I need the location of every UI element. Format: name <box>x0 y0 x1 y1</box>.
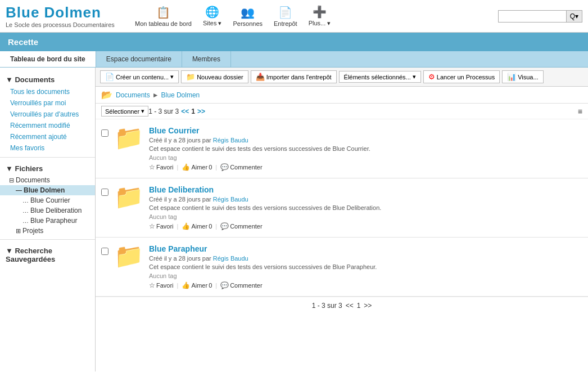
nav-dashboard[interactable]: 📋 Mon tableau de bord <box>135 6 192 27</box>
search-input[interactable] <box>499 11 566 22</box>
doc-actions-1: ☆ Favori | 👍 Aimer 0 | 💬 Commenter <box>149 222 582 230</box>
section-title-bar: Recette <box>0 33 588 51</box>
logo: Blue Dolmen Le Socle des processus Docum… <box>6 4 118 28</box>
sites-icon: 🌐 <box>205 5 219 19</box>
star-icon-2: ☆ <box>149 281 155 289</box>
tree-item-projets[interactable]: ⊞ Projets <box>0 226 95 236</box>
nav-personnes-label: Personnes <box>233 20 263 27</box>
doc-author-0[interactable]: Régis Baudu <box>213 137 248 144</box>
doc-meta-1: Créé il y a 28 jours par Régis Baudu <box>149 196 582 203</box>
lancer-processus-button[interactable]: ⚙ Lancer un Processus <box>423 70 500 83</box>
create-content-button[interactable]: 📄 Créer un contenu... ▾ <box>100 70 179 83</box>
doc-actions-0: ☆ Favori | 👍 Aimer 0 | 💬 Commenter <box>149 163 582 171</box>
doc-details-1: Blue Deliberation Créé il y a 28 jours p… <box>149 185 582 230</box>
nav-icons: 📋 Mon tableau de bord 🌐 Sites ▾ 👥 Person… <box>135 5 498 27</box>
logo-subtitle: Le Socle des processus Documentaires <box>6 21 118 28</box>
doc-details-0: Blue Courrier Créé il y a 28 jours par R… <box>149 126 582 171</box>
sidebar-tree: ⊟ Documents — Blue Dolmen … Blue Courrie… <box>0 175 95 236</box>
tree-item-blue-parapheur[interactable]: … Blue Parapheur <box>0 216 95 226</box>
create-dropdown-icon: ▾ <box>170 73 174 80</box>
list-item: 📁 Blue Deliberation Créé il y a 28 jours… <box>96 178 588 238</box>
tree-item-documents[interactable]: ⊟ Documents <box>0 175 95 185</box>
bottom-page-count: 1 - 3 sur 3 <box>312 302 342 310</box>
sidebar-item-locked-me[interactable]: Verrouillés par moi <box>0 97 95 109</box>
tree-item-blue-dolmen[interactable]: — Blue Dolmen <box>0 185 95 195</box>
doc-title-2[interactable]: Blue Parapheur <box>149 244 207 253</box>
search-box: Q▾ <box>498 10 582 23</box>
tree-projets-icon: ⊞ <box>16 227 21 235</box>
breadcrumb-current[interactable]: Blue Dolmen <box>161 91 200 99</box>
document-list: 📁 Blue Courrier Créé il y a 28 jours par… <box>96 119 588 297</box>
tab-tableau[interactable]: Tableau de bord du site <box>0 51 96 67</box>
tree-projets-label: Projets <box>22 227 43 235</box>
doc-author-2[interactable]: Régis Baudu <box>213 255 248 262</box>
breadcrumb-documents[interactable]: Documents <box>116 91 150 99</box>
nav-plus-label: Plus... ▾ <box>309 20 331 27</box>
toolbar: 📄 Créer un contenu... ▾ 📁 Nouveau dossie… <box>96 68 588 87</box>
visualiser-button[interactable]: 📊 Visua... <box>502 70 544 83</box>
doc-favori-2[interactable]: ☆ Favori <box>149 281 174 289</box>
doc-desc-2: Cet espace contient le suivi des tests d… <box>149 263 582 270</box>
search-button[interactable]: Q▾ <box>566 11 582 22</box>
tree-item-blue-deliberation[interactable]: … Blue Deliberation <box>0 205 95 216</box>
elements-dropdown-icon: ▾ <box>413 73 416 80</box>
sidebar-section-documents: ▼ Documents <box>0 72 95 86</box>
bottom-prev-button[interactable]: << <box>346 302 354 310</box>
doc-title-1[interactable]: Blue Deliberation <box>149 185 214 194</box>
nav-dashboard-label: Mon tableau de bord <box>135 20 192 27</box>
breadcrumb: 📂 Documents ► Blue Dolmen <box>96 87 588 104</box>
like-icon-1: 👍 <box>182 222 190 230</box>
import-button[interactable]: 📥 Importer dans l'entrepôt <box>251 70 337 83</box>
sidebar-item-locked-others[interactable]: Verrouillés par d'autres <box>0 109 95 120</box>
doc-commenter-0[interactable]: 💬 Commenter <box>220 163 262 171</box>
bottom-current-page: 1 <box>357 302 361 310</box>
tree-courrier-label: Blue Courrier <box>30 196 70 204</box>
like-icon-0: 👍 <box>182 163 190 171</box>
view-icon[interactable]: ≡ <box>578 107 582 116</box>
tree-deliberation-icon: … <box>22 207 29 214</box>
comment-icon-1: 💬 <box>220 222 229 230</box>
doc-checkbox-0[interactable] <box>101 129 108 137</box>
doc-aimer-0[interactable]: 👍 Aimer 0 <box>182 163 212 171</box>
new-folder-button[interactable]: 📁 Nouveau dossier <box>181 70 248 83</box>
tree-item-blue-courrier[interactable]: … Blue Courrier <box>0 195 95 205</box>
elements-button[interactable]: Éléments sélectionnés... ▾ <box>339 71 421 83</box>
next-page-button[interactable]: >> <box>197 108 205 115</box>
doc-title-0[interactable]: Blue Courrier <box>149 126 199 135</box>
nav-plus[interactable]: ➕ Plus... ▾ <box>309 5 331 27</box>
doc-desc-0: Cet espace contient le suivi des tests d… <box>149 145 582 152</box>
list-item: 📁 Blue Parapheur Créé il y a 28 jours pa… <box>96 238 588 297</box>
nav-sites[interactable]: 🌐 Sites ▾ <box>203 5 222 27</box>
pagination-top: Sélectionner ▾ 1 - 3 sur 3 << 1 >> ≡ <box>96 104 588 119</box>
doc-commenter-1[interactable]: 💬 Commenter <box>220 222 262 230</box>
doc-commenter-2[interactable]: 💬 Commenter <box>220 281 262 289</box>
tree-docs-label: Documents <box>16 176 50 184</box>
comment-icon-2: 💬 <box>220 281 229 289</box>
doc-checkbox-1[interactable] <box>101 189 108 196</box>
doc-favori-1[interactable]: ☆ Favori <box>149 222 174 230</box>
nav-entrepot[interactable]: 📄 Entrepôt <box>274 6 297 27</box>
breadcrumb-folder-icon: 📂 <box>101 89 112 100</box>
tree-expand-dolmen-icon: — <box>16 187 22 194</box>
star-icon-1: ☆ <box>149 222 155 230</box>
doc-checkbox-2[interactable] <box>101 248 108 255</box>
bottom-next-button[interactable]: >> <box>364 302 372 310</box>
doc-aimer-2[interactable]: 👍 Aimer 0 <box>182 281 212 289</box>
pagination-bottom: 1 - 3 sur 3 << 1 >> <box>96 297 588 314</box>
sidebar-item-favorites[interactable]: Mes favoris <box>0 142 95 154</box>
doc-folder-icon-0: 📁 <box>114 126 143 150</box>
prev-page-button[interactable]: << <box>181 108 189 115</box>
sidebar-item-all-docs[interactable]: Tous les documents <box>0 86 95 97</box>
tab-membres[interactable]: Membres <box>182 51 231 67</box>
sidebar-item-recent-add[interactable]: Récemment ajouté <box>0 131 95 142</box>
tab-espace[interactable]: Espace documentaire <box>96 51 182 67</box>
like-icon-2: 👍 <box>182 281 190 289</box>
doc-author-1[interactable]: Régis Baudu <box>213 196 248 203</box>
page-info: 1 - 3 sur 3 << 1 >> <box>148 108 205 115</box>
doc-favori-0[interactable]: ☆ Favori <box>149 163 174 171</box>
sidebar-item-recent-mod[interactable]: Récemment modifié <box>0 120 95 131</box>
select-button[interactable]: Sélectionner ▾ <box>101 106 148 117</box>
nav-personnes[interactable]: 👥 Personnes <box>233 6 263 27</box>
tree-deliberation-label: Blue Deliberation <box>30 207 82 214</box>
doc-aimer-1[interactable]: 👍 Aimer 0 <box>182 222 212 230</box>
